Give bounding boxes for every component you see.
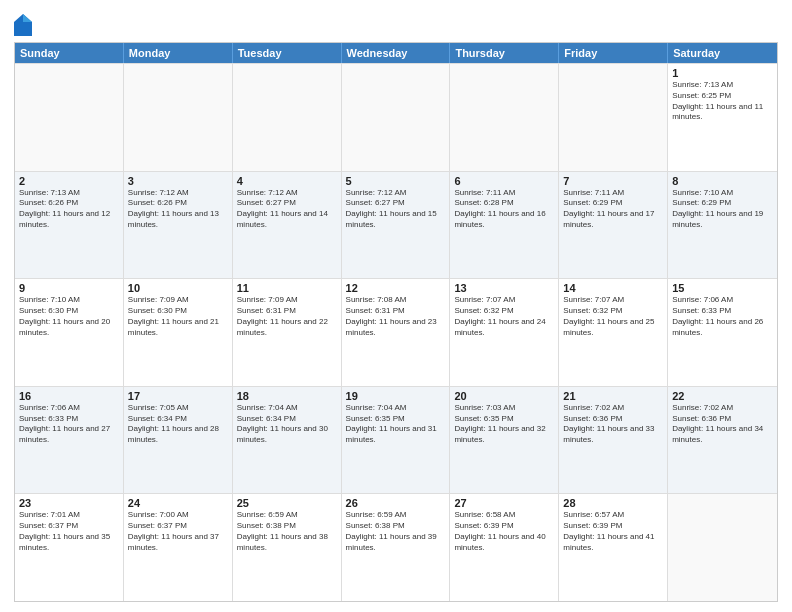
day-number: 13 [454, 282, 554, 294]
cell-info: Sunrise: 6:58 AM Sunset: 6:39 PM Dayligh… [454, 510, 554, 553]
logo-icon [14, 14, 32, 36]
day-number: 6 [454, 175, 554, 187]
calendar-cell [559, 64, 668, 171]
header-day-monday: Monday [124, 43, 233, 63]
calendar-cell: 19Sunrise: 7:04 AM Sunset: 6:35 PM Dayli… [342, 387, 451, 494]
calendar-cell: 16Sunrise: 7:06 AM Sunset: 6:33 PM Dayli… [15, 387, 124, 494]
calendar-cell [15, 64, 124, 171]
svg-marker-1 [23, 14, 32, 22]
cell-info: Sunrise: 7:01 AM Sunset: 6:37 PM Dayligh… [19, 510, 119, 553]
calendar-cell: 4Sunrise: 7:12 AM Sunset: 6:27 PM Daylig… [233, 172, 342, 279]
calendar: SundayMondayTuesdayWednesdayThursdayFrid… [14, 42, 778, 602]
day-number: 10 [128, 282, 228, 294]
calendar-cell [342, 64, 451, 171]
calendar-body: 1Sunrise: 7:13 AM Sunset: 6:25 PM Daylig… [15, 63, 777, 601]
calendar-cell: 7Sunrise: 7:11 AM Sunset: 6:29 PM Daylig… [559, 172, 668, 279]
cell-info: Sunrise: 7:02 AM Sunset: 6:36 PM Dayligh… [672, 403, 773, 446]
calendar-cell: 2Sunrise: 7:13 AM Sunset: 6:26 PM Daylig… [15, 172, 124, 279]
logo [14, 14, 34, 36]
cell-info: Sunrise: 7:04 AM Sunset: 6:34 PM Dayligh… [237, 403, 337, 446]
day-number: 5 [346, 175, 446, 187]
calendar-cell: 28Sunrise: 6:57 AM Sunset: 6:39 PM Dayli… [559, 494, 668, 601]
header-day-friday: Friday [559, 43, 668, 63]
cell-info: Sunrise: 7:12 AM Sunset: 6:27 PM Dayligh… [346, 188, 446, 231]
day-number: 2 [19, 175, 119, 187]
day-number: 11 [237, 282, 337, 294]
day-number: 1 [672, 67, 773, 79]
day-number: 20 [454, 390, 554, 402]
day-number: 12 [346, 282, 446, 294]
calendar-cell: 5Sunrise: 7:12 AM Sunset: 6:27 PM Daylig… [342, 172, 451, 279]
cell-info: Sunrise: 6:59 AM Sunset: 6:38 PM Dayligh… [346, 510, 446, 553]
calendar-cell: 15Sunrise: 7:06 AM Sunset: 6:33 PM Dayli… [668, 279, 777, 386]
day-number: 17 [128, 390, 228, 402]
calendar-cell: 9Sunrise: 7:10 AM Sunset: 6:30 PM Daylig… [15, 279, 124, 386]
day-number: 23 [19, 497, 119, 509]
cell-info: Sunrise: 7:00 AM Sunset: 6:37 PM Dayligh… [128, 510, 228, 553]
calendar-cell [668, 494, 777, 601]
cell-info: Sunrise: 7:06 AM Sunset: 6:33 PM Dayligh… [672, 295, 773, 338]
cell-info: Sunrise: 7:05 AM Sunset: 6:34 PM Dayligh… [128, 403, 228, 446]
calendar-row-5: 23Sunrise: 7:01 AM Sunset: 6:37 PM Dayli… [15, 493, 777, 601]
day-number: 8 [672, 175, 773, 187]
day-number: 14 [563, 282, 663, 294]
day-number: 15 [672, 282, 773, 294]
day-number: 9 [19, 282, 119, 294]
cell-info: Sunrise: 7:03 AM Sunset: 6:35 PM Dayligh… [454, 403, 554, 446]
calendar-cell: 1Sunrise: 7:13 AM Sunset: 6:25 PM Daylig… [668, 64, 777, 171]
cell-info: Sunrise: 7:07 AM Sunset: 6:32 PM Dayligh… [563, 295, 663, 338]
header-day-wednesday: Wednesday [342, 43, 451, 63]
calendar-cell: 22Sunrise: 7:02 AM Sunset: 6:36 PM Dayli… [668, 387, 777, 494]
calendar-row-1: 1Sunrise: 7:13 AM Sunset: 6:25 PM Daylig… [15, 63, 777, 171]
cell-info: Sunrise: 6:59 AM Sunset: 6:38 PM Dayligh… [237, 510, 337, 553]
calendar-row-4: 16Sunrise: 7:06 AM Sunset: 6:33 PM Dayli… [15, 386, 777, 494]
calendar-cell: 25Sunrise: 6:59 AM Sunset: 6:38 PM Dayli… [233, 494, 342, 601]
header-day-tuesday: Tuesday [233, 43, 342, 63]
day-number: 18 [237, 390, 337, 402]
calendar-cell: 6Sunrise: 7:11 AM Sunset: 6:28 PM Daylig… [450, 172, 559, 279]
cell-info: Sunrise: 7:04 AM Sunset: 6:35 PM Dayligh… [346, 403, 446, 446]
calendar-cell [233, 64, 342, 171]
cell-info: Sunrise: 7:13 AM Sunset: 6:26 PM Dayligh… [19, 188, 119, 231]
header-day-sunday: Sunday [15, 43, 124, 63]
cell-info: Sunrise: 7:09 AM Sunset: 6:31 PM Dayligh… [237, 295, 337, 338]
cell-info: Sunrise: 7:11 AM Sunset: 6:28 PM Dayligh… [454, 188, 554, 231]
cell-info: Sunrise: 7:09 AM Sunset: 6:30 PM Dayligh… [128, 295, 228, 338]
calendar-cell [124, 64, 233, 171]
calendar-row-2: 2Sunrise: 7:13 AM Sunset: 6:26 PM Daylig… [15, 171, 777, 279]
calendar-cell: 13Sunrise: 7:07 AM Sunset: 6:32 PM Dayli… [450, 279, 559, 386]
header-day-thursday: Thursday [450, 43, 559, 63]
calendar-cell: 27Sunrise: 6:58 AM Sunset: 6:39 PM Dayli… [450, 494, 559, 601]
cell-info: Sunrise: 7:10 AM Sunset: 6:30 PM Dayligh… [19, 295, 119, 338]
calendar-cell: 3Sunrise: 7:12 AM Sunset: 6:26 PM Daylig… [124, 172, 233, 279]
header-day-saturday: Saturday [668, 43, 777, 63]
calendar-cell: 26Sunrise: 6:59 AM Sunset: 6:38 PM Dayli… [342, 494, 451, 601]
day-number: 3 [128, 175, 228, 187]
calendar-cell: 18Sunrise: 7:04 AM Sunset: 6:34 PM Dayli… [233, 387, 342, 494]
page: SundayMondayTuesdayWednesdayThursdayFrid… [0, 0, 792, 612]
cell-info: Sunrise: 7:10 AM Sunset: 6:29 PM Dayligh… [672, 188, 773, 231]
calendar-header: SundayMondayTuesdayWednesdayThursdayFrid… [15, 43, 777, 63]
calendar-cell: 8Sunrise: 7:10 AM Sunset: 6:29 PM Daylig… [668, 172, 777, 279]
cell-info: Sunrise: 7:08 AM Sunset: 6:31 PM Dayligh… [346, 295, 446, 338]
cell-info: Sunrise: 7:02 AM Sunset: 6:36 PM Dayligh… [563, 403, 663, 446]
day-number: 7 [563, 175, 663, 187]
cell-info: Sunrise: 7:12 AM Sunset: 6:27 PM Dayligh… [237, 188, 337, 231]
calendar-cell: 17Sunrise: 7:05 AM Sunset: 6:34 PM Dayli… [124, 387, 233, 494]
day-number: 19 [346, 390, 446, 402]
cell-info: Sunrise: 7:13 AM Sunset: 6:25 PM Dayligh… [672, 80, 773, 123]
day-number: 24 [128, 497, 228, 509]
day-number: 28 [563, 497, 663, 509]
calendar-cell: 24Sunrise: 7:00 AM Sunset: 6:37 PM Dayli… [124, 494, 233, 601]
cell-info: Sunrise: 7:06 AM Sunset: 6:33 PM Dayligh… [19, 403, 119, 446]
calendar-cell: 20Sunrise: 7:03 AM Sunset: 6:35 PM Dayli… [450, 387, 559, 494]
day-number: 16 [19, 390, 119, 402]
calendar-cell [450, 64, 559, 171]
day-number: 26 [346, 497, 446, 509]
calendar-cell: 12Sunrise: 7:08 AM Sunset: 6:31 PM Dayli… [342, 279, 451, 386]
calendar-cell: 23Sunrise: 7:01 AM Sunset: 6:37 PM Dayli… [15, 494, 124, 601]
calendar-row-3: 9Sunrise: 7:10 AM Sunset: 6:30 PM Daylig… [15, 278, 777, 386]
calendar-cell: 11Sunrise: 7:09 AM Sunset: 6:31 PM Dayli… [233, 279, 342, 386]
day-number: 22 [672, 390, 773, 402]
cell-info: Sunrise: 7:12 AM Sunset: 6:26 PM Dayligh… [128, 188, 228, 231]
